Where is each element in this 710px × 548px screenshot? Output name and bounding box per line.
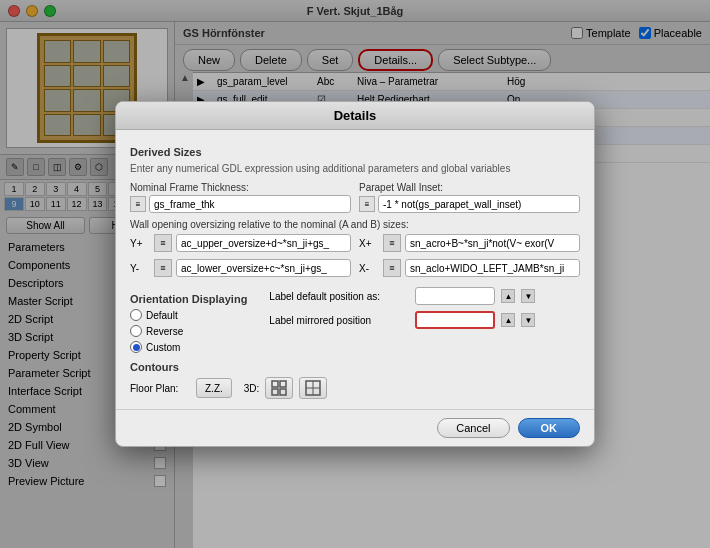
scroll-up-btn[interactable]: ▲ xyxy=(501,289,515,303)
details-modal: Details Derived Sizes Enter any numerica… xyxy=(115,101,595,447)
grid2-icon xyxy=(305,380,321,396)
floor-btn-zz[interactable]: Z.Z. xyxy=(196,378,232,398)
ok-button[interactable]: OK xyxy=(518,418,581,438)
nominal-input[interactable] xyxy=(149,195,351,213)
radio-default-btn[interactable] xyxy=(130,309,142,321)
y-plus-row: Y+ ≡ xyxy=(130,234,351,252)
x-minus-label: X- xyxy=(359,263,379,274)
x-plus-icon[interactable]: ≡ xyxy=(383,234,401,252)
modal-titlebar: Details xyxy=(116,102,594,130)
opening-header: Wall opening oversizing relative to the … xyxy=(130,219,580,230)
parapet-icon[interactable]: ≡ xyxy=(359,196,375,212)
x-column: X+ ≡ X- ≡ xyxy=(359,234,580,281)
y-plus-icon[interactable]: ≡ xyxy=(154,234,172,252)
x-plus-label: X+ xyxy=(359,238,379,249)
x-plus-row: X+ ≡ xyxy=(359,234,580,252)
svg-rect-0 xyxy=(272,381,278,387)
radio-reverse-btn[interactable] xyxy=(130,325,142,337)
label-default-row: Label default position as: ▲ ▼ xyxy=(269,287,580,305)
parapet-input[interactable] xyxy=(378,195,580,213)
opening-rows: Y+ ≡ Y- ≡ X+ ≡ xyxy=(130,234,580,281)
y-minus-icon[interactable]: ≡ xyxy=(154,259,172,277)
x-plus-input[interactable] xyxy=(405,234,580,252)
x-minus-input[interactable] xyxy=(405,259,580,277)
scroll-up-btn-2[interactable]: ▲ xyxy=(501,313,515,327)
derived-sizes-header: Derived Sizes xyxy=(130,146,580,158)
modal-overlay: Details Derived Sizes Enter any numerica… xyxy=(0,0,710,548)
threed-icon-btn-1[interactable] xyxy=(265,377,293,399)
grid-icon xyxy=(271,380,287,396)
radio-custom-label: Custom xyxy=(146,342,180,353)
cancel-button[interactable]: Cancel xyxy=(437,418,509,438)
radio-reverse[interactable]: Reverse xyxy=(130,325,247,337)
x-minus-row: X- ≡ xyxy=(359,259,580,277)
radio-default[interactable]: Default xyxy=(130,309,247,321)
svg-rect-1 xyxy=(280,381,286,387)
label-fields: Label default position as: ▲ ▼ Label mir… xyxy=(269,287,580,353)
contours-header: Contours xyxy=(130,361,580,373)
floor-plan-label: Floor Plan: xyxy=(130,383,190,394)
derived-sizes-description: Enter any numerical GDL expression using… xyxy=(130,162,580,176)
label-mirrored-text: Label mirrored position xyxy=(269,315,409,326)
y-column: Y+ ≡ Y- ≡ xyxy=(130,234,351,281)
parapet-label: Parapet Wall Inset: xyxy=(359,182,580,193)
y-plus-label: Y+ xyxy=(130,238,150,249)
orientation-section: Orientation Displaying Default Reverse xyxy=(130,287,580,353)
parapet-field: Parapet Wall Inset: ≡ xyxy=(359,182,580,213)
radio-reverse-label: Reverse xyxy=(146,326,183,337)
scroll-down-btn[interactable]: ▼ xyxy=(521,289,535,303)
contours-section: Contours Floor Plan: Z.Z. 3D: xyxy=(130,361,580,399)
label-default-input[interactable] xyxy=(415,287,495,305)
radio-custom[interactable]: Custom xyxy=(130,341,247,353)
floor-plan-row: Floor Plan: Z.Z. 3D: xyxy=(130,377,580,399)
nominal-label: Nominal Frame Thickness: xyxy=(130,182,351,193)
label-mirrored-input[interactable] xyxy=(415,311,495,329)
parapet-field-with-icon: ≡ xyxy=(359,195,580,213)
orientation-left: Orientation Displaying Default Reverse xyxy=(130,287,247,353)
x-minus-icon[interactable]: ≡ xyxy=(383,259,401,277)
nominal-parapet-row: Nominal Frame Thickness: ≡ Parapet Wall … xyxy=(130,182,580,213)
svg-rect-3 xyxy=(280,389,286,395)
svg-rect-2 xyxy=(272,389,278,395)
threed-icon-btn-2[interactable] xyxy=(299,377,327,399)
radio-default-label: Default xyxy=(146,310,178,321)
radio-custom-btn[interactable] xyxy=(130,341,142,353)
modal-title: Details xyxy=(334,108,377,123)
y-minus-input[interactable] xyxy=(176,259,351,277)
label-mirrored-row: Label mirrored position ▲ ▼ xyxy=(269,311,580,329)
nominal-field-with-icon: ≡ xyxy=(130,195,351,213)
scroll-down-btn-2[interactable]: ▼ xyxy=(521,313,535,327)
radio-group: Default Reverse Custom xyxy=(130,309,247,353)
y-plus-input[interactable] xyxy=(176,234,351,252)
modal-body: Derived Sizes Enter any numerical GDL ex… xyxy=(116,130,594,409)
orientation-header: Orientation Displaying xyxy=(130,293,247,305)
modal-footer: Cancel OK xyxy=(116,409,594,446)
threed-label: 3D: xyxy=(244,383,260,394)
y-minus-label: Y- xyxy=(130,263,150,274)
nominal-field: Nominal Frame Thickness: ≡ xyxy=(130,182,351,213)
nominal-icon[interactable]: ≡ xyxy=(130,196,146,212)
label-default-text: Label default position as: xyxy=(269,291,409,302)
y-minus-row: Y- ≡ xyxy=(130,259,351,277)
